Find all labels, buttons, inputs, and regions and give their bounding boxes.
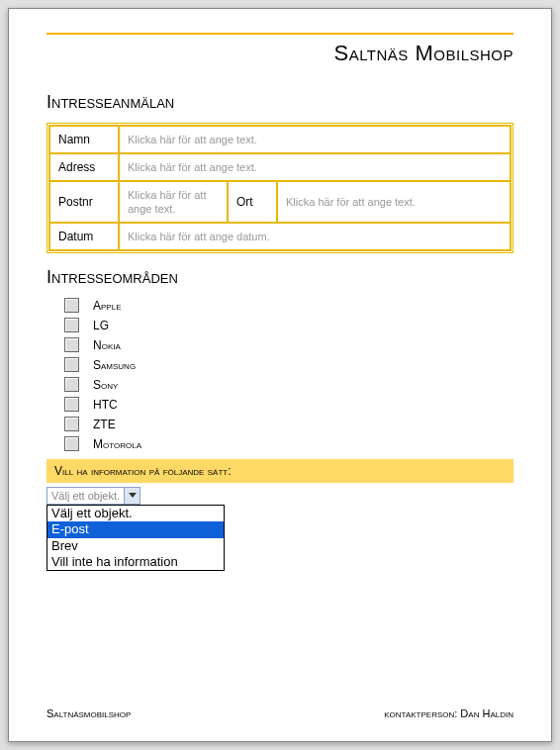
field-postnr[interactable]: Klicka här för att ange text. (119, 181, 228, 223)
checkbox-label: Apple (93, 299, 121, 313)
checkbox-row-htc[interactable]: HTC (64, 397, 513, 412)
checkbox-row-samsung[interactable]: Samsung (64, 357, 513, 372)
checkbox-label: Sony (93, 378, 118, 392)
dropdown-option[interactable]: Vill inte ha information (47, 554, 224, 570)
dropdown-option[interactable]: E-post (47, 521, 224, 537)
svg-marker-0 (129, 493, 137, 498)
checkbox-row-zte[interactable]: ZTE (64, 417, 513, 431)
dropdown-option[interactable]: Brev (47, 538, 224, 554)
top-rule (47, 33, 513, 35)
info-method-bar: Vill ha information på följande sätt: (47, 459, 513, 483)
field-namn[interactable]: Klicka här för att ange text. (119, 126, 511, 153)
checkbox-icon[interactable] (64, 436, 79, 451)
footer: Saltnäsmobilshop kontaktperson: Dan Hald… (47, 707, 513, 719)
checkbox-label: Motorola (93, 437, 141, 451)
checkbox-label: HTC (93, 398, 118, 412)
label-adress: Adress (49, 153, 119, 181)
checkbox-icon[interactable] (64, 357, 79, 372)
footer-right: kontaktperson: Dan Haldin (384, 707, 513, 719)
field-ort[interactable]: Klicka här för att ange text. (277, 181, 511, 223)
checkbox-icon[interactable] (64, 377, 79, 392)
checkbox-icon[interactable] (64, 318, 79, 332)
label-postnr: Postnr (49, 181, 119, 223)
footer-left: Saltnäsmobilshop (47, 707, 131, 719)
checkbox-icon[interactable] (64, 337, 79, 352)
checkbox-row-motorola[interactable]: Motorola (64, 436, 513, 451)
checkbox-label: LG (93, 319, 109, 332)
field-adress[interactable]: Klicka här för att ange text. (119, 153, 511, 181)
field-datum[interactable]: Klicka här för att ange datum. (119, 223, 511, 250)
section-intresseanmalan: Intresseanmälan (47, 92, 513, 113)
checkbox-label: Samsung (93, 358, 136, 372)
checkbox-icon[interactable] (64, 417, 79, 431)
info-method-combo[interactable]: Välj ett objekt. (47, 487, 140, 505)
checkbox-label: Nokia (93, 338, 121, 352)
checkbox-icon[interactable] (64, 397, 79, 412)
checkbox-row-sony[interactable]: Sony (64, 377, 513, 392)
checkbox-row-nokia[interactable]: Nokia (64, 337, 513, 352)
checkbox-list: AppleLGNokiaSamsungSonyHTCZTEMotorola (64, 298, 513, 451)
checkbox-row-lg[interactable]: LG (64, 318, 513, 332)
chevron-down-icon (129, 493, 137, 499)
checkbox-icon[interactable] (64, 298, 79, 313)
label-datum: Datum (49, 223, 119, 250)
section-intresseomraden: Intresseområden (47, 267, 513, 288)
label-namn: Namn (49, 126, 119, 153)
checkbox-row-apple[interactable]: Apple (64, 298, 513, 313)
dropdown-option[interactable]: Välj ett objekt. (47, 506, 224, 521)
company-title: Saltnäs Mobilshop (47, 41, 513, 66)
form-table: Namn Klicka här för att ange text. Adres… (47, 123, 513, 253)
checkbox-label: ZTE (93, 418, 116, 431)
combo-dropdown-button[interactable] (124, 488, 140, 504)
info-method-dropdown[interactable]: Välj ett objekt.E-postBrevVill inte ha i… (47, 505, 225, 571)
label-ort: Ort (228, 181, 277, 223)
document-page: Saltnäs Mobilshop Intresseanmälan Namn K… (8, 8, 552, 742)
combo-text: Välj ett objekt. (47, 488, 124, 504)
